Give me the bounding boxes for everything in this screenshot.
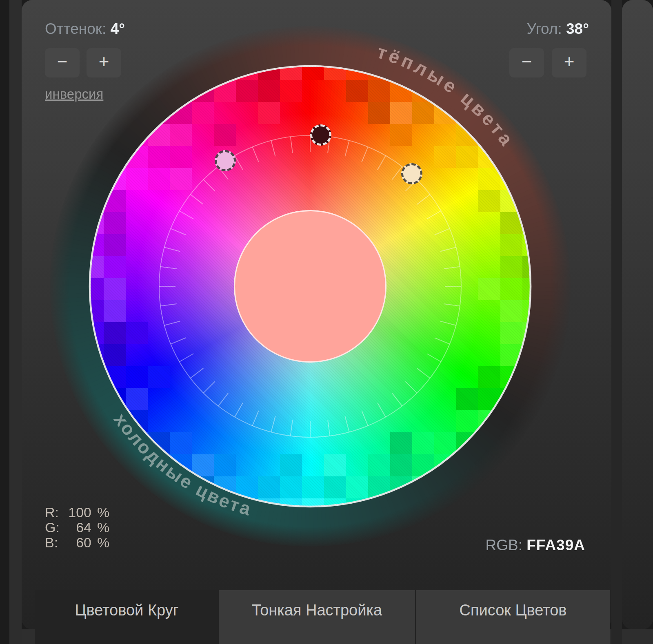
angle-label: Угол: <box>527 20 562 37</box>
hex-readout: RGB: FFA39A <box>485 537 585 554</box>
green-row: G:64% <box>45 520 109 535</box>
main-hue-handle[interactable] <box>310 124 331 146</box>
red-unit: % <box>97 505 109 520</box>
angle-value: 38° <box>566 20 589 37</box>
blue-value: 60 <box>64 535 91 550</box>
hue-plus-button[interactable]: + <box>87 48 121 77</box>
blue-unit: % <box>97 535 109 550</box>
panel-divider <box>611 0 622 644</box>
left-edge-strip <box>9 0 22 644</box>
green-unit: % <box>97 520 109 535</box>
tab-color-wheel[interactable]: Цветовой Круг <box>35 590 219 644</box>
invert-link[interactable]: инверсия <box>45 86 103 102</box>
red-row: R:100% <box>45 505 109 520</box>
angle-readout: Угол: 38° <box>527 20 589 38</box>
bottom-band-right <box>622 629 653 644</box>
hue-label: Оттенок: <box>45 20 106 37</box>
angle-plus-button[interactable]: + <box>552 48 586 77</box>
color-picker-window: тёплые цвета холодные цвета Оттенок: 4° … <box>0 0 653 644</box>
hue-value: 4° <box>111 20 125 37</box>
tab-fine-tuning-label: Тонкая Настройка <box>252 602 382 644</box>
adjacent-panel <box>622 0 653 629</box>
blue-label: B: <box>45 535 64 550</box>
red-value: 100 <box>64 505 91 520</box>
selected-color-swatch <box>234 210 386 363</box>
hex-label: RGB: <box>485 537 522 553</box>
rgb-percent-readout: R:100% G:64% B:60% <box>45 505 109 550</box>
blue-row: B:60% <box>45 535 109 550</box>
tab-fine-tuning[interactable]: Тонкая Настройка <box>219 590 415 644</box>
hex-value: FFA39A <box>526 537 585 553</box>
red-label: R: <box>45 505 64 520</box>
green-value: 64 <box>64 520 91 535</box>
green-label: G: <box>45 520 64 535</box>
left-hue-handle[interactable] <box>215 150 236 171</box>
tab-color-list-label: Список Цветов <box>459 602 566 644</box>
angle-minus-button[interactable]: − <box>509 48 544 77</box>
tab-color-wheel-label: Цветовой Круг <box>75 602 178 644</box>
tab-color-list[interactable]: Список Цветов <box>415 590 610 644</box>
hue-minus-button[interactable]: − <box>45 48 80 77</box>
right-hue-handle[interactable] <box>401 163 422 184</box>
hue-readout: Оттенок: 4° <box>45 20 125 38</box>
